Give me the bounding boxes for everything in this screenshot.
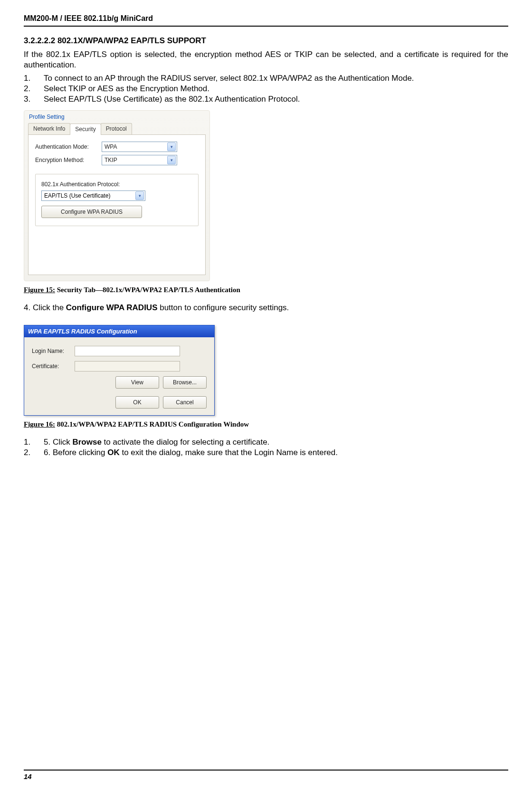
intro-paragraph: If the 802.1x EAP/TLS option is selected… bbox=[24, 49, 508, 70]
configure-wpa-radius-button[interactable]: Configure WPA RADIUS bbox=[41, 206, 142, 218]
certificate-label: Certificate: bbox=[32, 363, 75, 370]
list-item: 1.To connect to an AP through the RADIUS… bbox=[24, 73, 508, 84]
auth-protocol-group: 802.1x Authentication Protocol: EAP/TLS … bbox=[35, 174, 199, 226]
panel-title: Profile Setting bbox=[24, 111, 209, 120]
radius-config-window: WPA EAP/TLS RADIUS Configuration Login N… bbox=[24, 325, 215, 416]
tab-protocol[interactable]: Protocol bbox=[101, 123, 132, 134]
step-4: 4. Click the Configure WPA RADIUS button… bbox=[24, 303, 508, 313]
doc-header: MM200-M / IEEE 802.11b/g MiniCard bbox=[24, 14, 508, 27]
steps-list-1: 1.To connect to an AP through the RADIUS… bbox=[24, 73, 508, 105]
list-item: 2.Select TKIP or AES as the Encryption M… bbox=[24, 84, 508, 94]
steps-list-2: 1. 5. Click Browse to activate the dialo… bbox=[24, 437, 508, 458]
auth-protocol-value: EAP/TLS (Use Certificate) bbox=[44, 192, 110, 199]
ok-button[interactable]: OK bbox=[115, 396, 159, 409]
window-titlebar: WPA EAP/TLS RADIUS Configuration bbox=[24, 325, 214, 337]
auth-mode-label: Authentication Mode: bbox=[35, 143, 102, 150]
browse-button[interactable]: Browse... bbox=[163, 376, 207, 389]
chevron-down-icon: ▾ bbox=[135, 191, 144, 200]
list-item: 2. 6. Before clicking OK to exit the dia… bbox=[24, 447, 508, 458]
enc-method-value: TKIP bbox=[104, 157, 117, 163]
auth-mode-select[interactable]: WPA ▾ bbox=[102, 142, 177, 152]
cancel-button[interactable]: Cancel bbox=[163, 396, 207, 409]
chevron-down-icon: ▾ bbox=[167, 143, 176, 151]
login-name-label: Login Name: bbox=[32, 348, 75, 354]
page-footer: 14 bbox=[24, 770, 508, 780]
auth-protocol-label: 802.1x Authentication Protocol: bbox=[41, 181, 192, 188]
view-button[interactable]: View bbox=[115, 376, 159, 389]
chevron-down-icon: ▾ bbox=[167, 156, 176, 164]
list-item: 1. 5. Click Browse to activate the dialo… bbox=[24, 437, 508, 447]
enc-method-select[interactable]: TKIP ▾ bbox=[102, 155, 177, 165]
enc-method-label: Encryption Method: bbox=[35, 157, 102, 163]
tab-network-info[interactable]: Network Info bbox=[28, 123, 70, 134]
tab-security[interactable]: Security bbox=[70, 124, 101, 135]
tab-body: Authentication Mode: WPA ▾ Encryption Me… bbox=[28, 134, 206, 275]
auth-protocol-select[interactable]: EAP/TLS (Use Certificate) ▾ bbox=[41, 190, 145, 201]
profile-setting-panel: Profile Setting Network Info Security Pr… bbox=[24, 110, 210, 281]
certificate-input[interactable] bbox=[75, 361, 180, 371]
list-item: 3.Select EAP/TLS (Use Certificate) as th… bbox=[24, 94, 508, 105]
auth-mode-value: WPA bbox=[104, 143, 117, 150]
tab-row: Network Info Security Protocol bbox=[28, 123, 206, 134]
page-number: 14 bbox=[24, 772, 32, 780]
section-heading: 3.2.2.2.2 802.1X/WPA/WPA2 EAP/TLS SUPPOR… bbox=[24, 36, 508, 46]
figure-16-caption: Figure 16: 802.1x/WPA/WPA2 EAP/TLS RADIU… bbox=[24, 420, 508, 428]
login-name-input[interactable] bbox=[75, 346, 180, 356]
figure-15-caption: Figure 15: Security Tab—802.1x/WPA/WPA2 … bbox=[24, 286, 508, 294]
